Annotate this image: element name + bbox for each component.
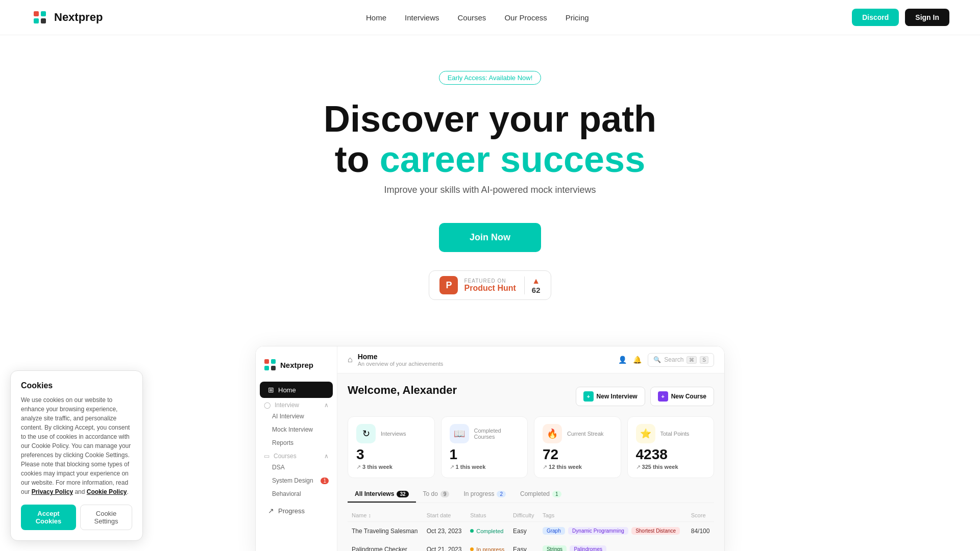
courses-stat-icon: 📖 bbox=[450, 424, 469, 443]
ph-product-name: Product Hunt bbox=[464, 284, 516, 293]
row2-tags: Strings Palindromes bbox=[538, 540, 687, 551]
ph-featured-label: FEATURED ON bbox=[464, 278, 516, 284]
hero-title-line2-prefix: to bbox=[335, 139, 380, 180]
chevron-interview-icon: ∧ bbox=[324, 402, 329, 409]
completed-dot bbox=[470, 529, 474, 533]
courses-stat-label: Completed Courses bbox=[474, 428, 520, 440]
row2-difficulty: Easy bbox=[509, 540, 538, 551]
interviews-table: Name ↕ Start date Status Difficulty Tags… bbox=[348, 509, 714, 551]
sidebar-group-interview[interactable]: ◯ Interview ∧ bbox=[256, 398, 337, 410]
tab-all-interviews[interactable]: All Interviews 32 bbox=[348, 486, 416, 503]
sidebar-item-behavioral[interactable]: Behavioral bbox=[256, 487, 337, 500]
sidebar-item-home[interactable]: ⊞ Home bbox=[260, 382, 333, 398]
ph-upvote-arrow: ▲ bbox=[532, 277, 540, 286]
notification-profile-icon[interactable]: 👤 bbox=[618, 356, 627, 364]
privacy-policy-link[interactable]: Privacy Policy bbox=[32, 488, 73, 495]
col-difficulty: Difficulty bbox=[509, 509, 538, 522]
sidebar-item-reports[interactable]: Reports bbox=[256, 436, 337, 449]
search-placeholder: Search bbox=[664, 356, 683, 363]
col-name: Name ↕ bbox=[348, 509, 423, 522]
nav-link-our-process[interactable]: Our Process bbox=[504, 13, 547, 22]
sidebar-item-dsa[interactable]: DSA bbox=[256, 461, 337, 474]
tag-graph: Graph bbox=[543, 527, 565, 535]
courses-icon: ▭ bbox=[264, 453, 270, 460]
sidebar-item-mock-interview[interactable]: Mock Interview bbox=[256, 423, 337, 436]
ph-upvotes: ▲ 62 bbox=[524, 277, 541, 294]
notification-bell-icon[interactable]: 🔔 bbox=[633, 356, 642, 364]
sidebar-logo-icon bbox=[264, 359, 276, 371]
streak-stat-label: Current Streak bbox=[567, 431, 604, 437]
nav-logo[interactable]: Nextprep bbox=[31, 8, 103, 27]
tab-to-do[interactable]: To do 9 bbox=[416, 486, 457, 503]
progress-icon: ↗ bbox=[268, 507, 274, 515]
svg-rect-3 bbox=[34, 18, 39, 23]
tabs: All Interviews 32 To do 9 In progress 2 … bbox=[348, 486, 714, 503]
row1-difficulty: Easy bbox=[509, 522, 538, 540]
row1-date: Oct 23, 2023 bbox=[423, 522, 467, 540]
main-content: ⌂ Home An overview of your achievements … bbox=[337, 346, 724, 551]
interviews-stat-sub: ↗ 3 this week bbox=[356, 464, 426, 470]
signin-button[interactable]: Sign In bbox=[905, 9, 949, 26]
hero-subtitle: Improve your skills with AI-powered mock… bbox=[31, 185, 949, 195]
nav-actions: Discord Sign In bbox=[852, 9, 949, 26]
cookie-policy-link[interactable]: Cookie Policy bbox=[87, 488, 127, 495]
row1-name: The Traveling Salesman bbox=[348, 522, 423, 540]
sidebar-logo: Nextprep bbox=[256, 355, 337, 381]
nav-link-courses[interactable]: Courses bbox=[458, 13, 486, 22]
join-now-button[interactable]: Join Now bbox=[439, 223, 541, 252]
nav-link-interviews[interactable]: Interviews bbox=[405, 13, 439, 22]
sidebar-item-system-design[interactable]: System Design 1 bbox=[256, 474, 337, 487]
sidebar: Nextprep ⊞ Home ◯ Interview ∧ AI Intervi… bbox=[256, 346, 337, 551]
sidebar-item-ai-interview[interactable]: AI Interview bbox=[256, 410, 337, 423]
courses-stat-sub: ↗ 1 this week bbox=[450, 464, 520, 470]
sidebar-item-progress[interactable]: ↗ Progress bbox=[260, 503, 333, 519]
main-home-icon: ⌂ bbox=[348, 355, 353, 364]
search-bar[interactable]: 🔍 Search ⌘ S bbox=[648, 353, 714, 367]
sidebar-logo-text: Nextprep bbox=[280, 361, 313, 369]
main-header: ⌂ Home An overview of your achievements … bbox=[337, 346, 724, 373]
col-tags: Tags bbox=[538, 509, 687, 522]
col-start-date: Start date bbox=[423, 509, 467, 522]
table-row: Palindrome Checker Oct 21, 2023 In progr… bbox=[348, 540, 714, 551]
tab-completed[interactable]: Completed 1 bbox=[513, 486, 569, 503]
new-course-button[interactable]: + New Course bbox=[650, 387, 714, 406]
svg-rect-6 bbox=[271, 359, 276, 364]
stat-card-completed-courses: 📖 Completed Courses 1 ↗ 1 this week bbox=[441, 416, 528, 478]
cookie-settings-button[interactable]: Cookie Settings bbox=[80, 505, 132, 530]
streak-stat-icon: 🔥 bbox=[543, 424, 562, 443]
stat-card-streak: 🔥 Current Streak 72 ↗ 12 this week bbox=[534, 416, 621, 478]
product-hunt-badge[interactable]: P FEATURED ON Product Hunt ▲ 62 bbox=[429, 270, 551, 300]
logo-icon bbox=[31, 8, 49, 27]
streak-stat-value: 72 bbox=[543, 447, 612, 462]
stat-card-points: ⭐ Total Points 4238 ↗ 325 this week bbox=[627, 416, 715, 478]
welcome-section: Welcome, Alexander + New Interview + New… bbox=[337, 373, 724, 411]
main-page-subtitle: An overview of your achievements bbox=[358, 361, 444, 367]
inprogress-dot bbox=[470, 547, 474, 551]
new-course-icon: + bbox=[658, 391, 668, 402]
tab-all-badge: 32 bbox=[397, 491, 408, 497]
svg-rect-7 bbox=[264, 366, 269, 370]
tab-completed-badge: 1 bbox=[552, 491, 561, 497]
ph-text: FEATURED ON Product Hunt bbox=[464, 278, 516, 293]
discord-button[interactable]: Discord bbox=[852, 9, 899, 26]
tab-in-progress[interactable]: In progress 2 bbox=[456, 486, 513, 503]
row1-status: Completed bbox=[466, 522, 509, 540]
system-design-badge: 1 bbox=[321, 478, 329, 484]
points-stat-icon: ⭐ bbox=[636, 424, 655, 443]
sidebar-courses-label: Courses bbox=[274, 453, 297, 460]
points-stat-label: Total Points bbox=[660, 431, 690, 437]
interviews-stat-label: Interviews bbox=[381, 431, 406, 437]
new-interview-button[interactable]: + New Interview bbox=[576, 387, 645, 406]
interviews-stat-icon: ↻ bbox=[356, 424, 376, 443]
sidebar-progress-label: Progress bbox=[278, 507, 305, 515]
tab-todo-badge: 9 bbox=[440, 491, 450, 497]
streak-stat-sub: ↗ 12 this week bbox=[543, 464, 612, 470]
main-header-right: 👤 🔔 🔍 Search ⌘ S bbox=[618, 353, 714, 367]
nav-link-pricing[interactable]: Pricing bbox=[566, 13, 589, 22]
sidebar-home-label: Home bbox=[278, 386, 296, 394]
sidebar-group-courses[interactable]: ▭ Courses ∧ bbox=[256, 449, 337, 461]
svg-rect-5 bbox=[264, 359, 269, 364]
accept-cookies-button[interactable]: Accept Cookies bbox=[21, 505, 76, 530]
nav-link-home[interactable]: Home bbox=[366, 13, 386, 22]
ph-logo-icon: P bbox=[439, 276, 458, 294]
